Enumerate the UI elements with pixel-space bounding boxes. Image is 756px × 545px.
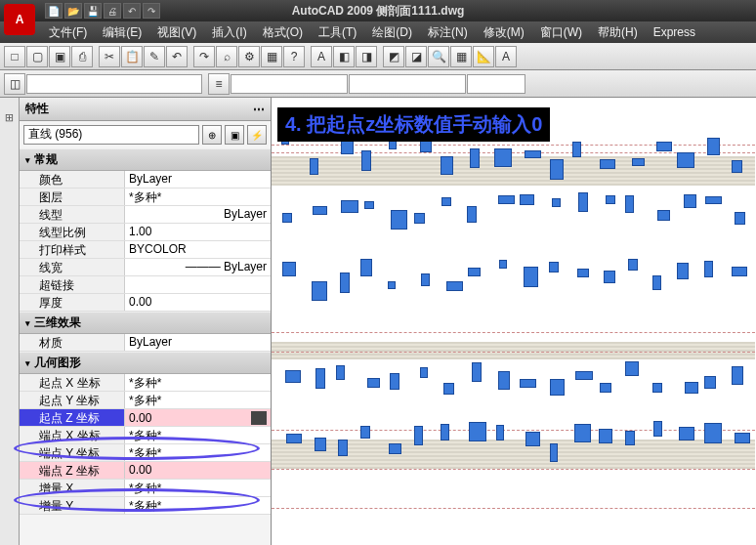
menu-file[interactable]: 文件(F) [41, 21, 95, 44]
prop-row[interactable]: 线宽——— ByLayer [20, 259, 271, 276]
qat-redo[interactable]: ↷ [143, 3, 160, 19]
cad-block[interactable] [498, 195, 515, 205]
toolbar-btn-8[interactable]: ↷ [193, 46, 215, 67]
prop-value[interactable] [125, 276, 271, 293]
prop-select-objects-icon[interactable]: ▣ [225, 125, 244, 145]
prop-row[interactable]: 起点 Y 坐标*多种* [20, 392, 271, 409]
menu-format[interactable]: 格式(O) [255, 21, 311, 44]
cad-block[interactable] [704, 261, 713, 277]
object-type-combo[interactable]: 直线 (956) [23, 125, 199, 145]
drawing-canvas[interactable]: ⊞◫⊡◈◇△▽◁▷○◐◑◒◓⬡⬢✦✧ 4. 把起点z坐标数值手动输入0 [272, 98, 756, 545]
qat-undo[interactable]: ↶ [123, 3, 141, 19]
toolbar-btn-1[interactable]: ▢ [26, 46, 48, 67]
prop-quick-select-icon[interactable]: ⚡ [247, 125, 267, 145]
menu-help[interactable]: 帮助(H) [590, 21, 646, 44]
prop-row[interactable]: 材质ByLayer [20, 334, 271, 352]
prop-row[interactable]: 端点 Y 坐标*多种* [20, 444, 271, 462]
prop-value[interactable]: *多种* [125, 189, 271, 205]
prop-row[interactable]: 起点 X 坐标*多种* [20, 374, 271, 392]
cad-block[interactable] [600, 159, 615, 169]
cad-block[interactable] [677, 263, 689, 279]
layer-state-icon[interactable]: ≡ [208, 73, 230, 95]
cad-block[interactable] [652, 275, 662, 290]
prop-row[interactable]: 端点 Z 坐标0.00 [20, 462, 271, 480]
prop-section-几何图形[interactable]: 几何图形 [20, 352, 271, 374]
prop-value[interactable]: *多种* [125, 480, 271, 496]
prop-section-常规[interactable]: 常规 [20, 148, 271, 171]
menu-express[interactable]: Express [646, 22, 703, 42]
cad-block[interactable] [550, 443, 559, 462]
toolbar-btn-10[interactable]: ⚙ [238, 46, 260, 67]
cad-block[interactable] [707, 138, 720, 155]
prop-value[interactable]: ByLayer [125, 171, 271, 188]
prop-row[interactable]: 打印样式BYCOLOR [20, 241, 271, 259]
cad-block[interactable] [498, 371, 510, 390]
prop-row[interactable]: 起点 Z 坐标0.00 [20, 409, 271, 427]
layer-manager-icon[interactable]: ◫ [4, 73, 25, 95]
cad-block[interactable] [286, 434, 303, 443]
cad-block[interactable] [657, 210, 670, 222]
qat-open[interactable]: 📂 [64, 3, 82, 19]
cad-block[interactable] [315, 438, 326, 452]
cad-block[interactable] [575, 371, 592, 380]
app-logo[interactable]: A [4, 4, 35, 35]
cad-block[interactable] [552, 198, 560, 207]
cad-block[interactable] [550, 159, 564, 180]
prop-row[interactable]: 超链接 [20, 276, 271, 294]
cad-block[interactable] [420, 367, 428, 378]
menu-tools[interactable]: 工具(T) [311, 21, 364, 44]
cad-block[interactable] [469, 422, 486, 441]
prop-value[interactable]: *多种* [125, 374, 271, 391]
cad-block[interactable] [652, 383, 663, 393]
color-combo[interactable] [467, 74, 525, 94]
cad-block[interactable] [470, 148, 480, 168]
cad-block[interactable] [524, 267, 538, 286]
prop-row[interactable]: 线型比例1.00 [20, 224, 271, 241]
cad-block[interactable] [705, 196, 722, 204]
toolbar-btn-13[interactable]: A [311, 46, 332, 67]
prop-section-三维效果[interactable]: 三维效果 [20, 312, 271, 334]
toolbar-btn-9[interactable]: ⌕ [216, 46, 237, 67]
cad-block[interactable] [310, 158, 318, 175]
cad-block[interactable] [443, 383, 454, 395]
cad-block[interactable] [360, 426, 370, 439]
prop-value[interactable]: 0.00 [125, 294, 271, 311]
cad-block[interactable] [441, 424, 449, 440]
linetype-combo[interactable] [231, 74, 348, 94]
cad-block[interactable] [625, 195, 633, 213]
cad-block[interactable] [735, 433, 750, 443]
menu-window[interactable]: 窗口(W) [532, 21, 590, 44]
cad-block[interactable] [361, 150, 370, 171]
cad-block[interactable] [685, 382, 699, 395]
prop-row[interactable]: 端点 X 坐标*多种* [20, 427, 271, 444]
cad-block[interactable] [421, 273, 431, 286]
toolbar-btn-21[interactable]: A [495, 46, 517, 67]
cad-block[interactable] [494, 148, 512, 167]
cad-block[interactable] [599, 429, 612, 443]
prop-value[interactable]: BYCOLOR [125, 241, 271, 258]
cad-block[interactable] [577, 269, 589, 277]
cad-block[interactable] [525, 150, 541, 158]
cad-block[interactable] [420, 141, 432, 152]
toolbar-btn-12[interactable]: ? [283, 46, 305, 67]
prop-value[interactable]: *多种* [125, 444, 271, 461]
cad-block[interactable] [468, 268, 481, 276]
cad-block[interactable] [732, 267, 747, 276]
cad-block[interactable] [364, 201, 374, 209]
menu-edit[interactable]: 编辑(E) [95, 21, 149, 44]
cad-block[interactable] [388, 281, 397, 290]
cad-block[interactable] [656, 142, 672, 152]
toolbar-btn-19[interactable]: ▦ [450, 46, 472, 67]
cad-block[interactable] [285, 370, 301, 383]
toolbar-btn-18[interactable]: 🔍 [428, 46, 449, 67]
cad-block[interactable] [367, 378, 380, 388]
cad-block[interactable] [389, 443, 401, 454]
cad-block[interactable] [282, 213, 292, 223]
cad-block[interactable] [467, 206, 476, 223]
cad-block[interactable] [336, 365, 345, 380]
toolbar-btn-16[interactable]: ◩ [383, 46, 404, 67]
cad-block[interactable] [338, 440, 348, 455]
cad-block[interactable] [496, 425, 505, 440]
cad-block[interactable] [520, 379, 535, 388]
cad-block[interactable] [549, 262, 559, 272]
